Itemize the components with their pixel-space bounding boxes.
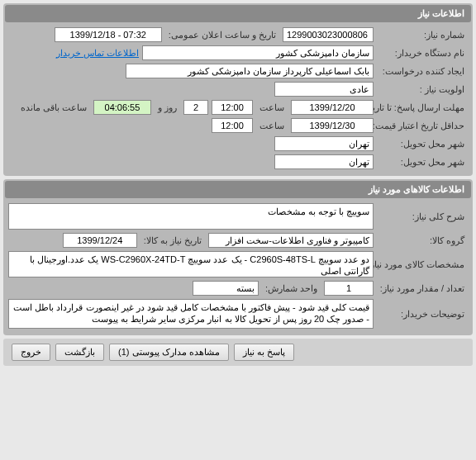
qty-label: تعداد / مقدار مورد نیاز:: [377, 283, 468, 294]
back-button[interactable]: بازگشت: [55, 344, 104, 361]
need-number-input[interactable]: [283, 27, 374, 42]
unit-input[interactable]: [193, 281, 259, 296]
need-info-header: اطلاعات نیاز: [5, 5, 471, 22]
panel-title: اطلاعات نیاز: [418, 8, 464, 18]
spec-label: مشخصات کالای مورد نیاز:: [377, 259, 468, 270]
reply-button[interactable]: پاسخ به نیاز: [234, 344, 294, 361]
time-label-1: ساعت: [256, 102, 288, 113]
goods-info-panel: اطلاعات کالاهای مورد نیاز شرح کلی نیاز: …: [3, 179, 473, 335]
unit-label: واحد شمارش:: [262, 283, 321, 294]
min-validity-date-input[interactable]: [291, 118, 374, 133]
notes-label: توضیحات خریدار:: [377, 309, 468, 320]
desc-label: شرح کلی نیاز:: [377, 211, 468, 222]
creator-label: ایجاد کننده درخواست:: [377, 66, 468, 77]
notes-input[interactable]: [8, 299, 374, 329]
attachments-button[interactable]: مشاهده مدارک پیوستی (1): [109, 344, 229, 361]
delivery-city-label: شهر محل تحویل:: [377, 139, 468, 149]
deadline-date-input[interactable]: [291, 100, 374, 115]
public-announce-input[interactable]: [55, 27, 162, 42]
countdown-display: 04:06:55: [93, 100, 151, 115]
need-number-label: شماره نیاز:: [377, 30, 468, 40]
min-validity-label: حداقل تاریخ اعتبار قیمت: تا تاریخ :: [377, 121, 468, 130]
days-input[interactable]: [183, 100, 208, 115]
priority-input[interactable]: [274, 82, 374, 97]
desc-input[interactable]: [8, 203, 374, 230]
group-input[interactable]: [208, 233, 374, 248]
priority-label: اولویت نیاز :: [377, 84, 468, 95]
public-announce-label: تاریخ و ساعت اعلان عمومی:: [165, 30, 279, 40]
spec-input[interactable]: [8, 251, 374, 277]
qty-input[interactable]: [324, 281, 374, 296]
buyer-org-label: نام دستگاه خریدار:: [377, 48, 468, 59]
group-label: گروه کالا:: [377, 235, 468, 246]
creator-input[interactable]: [126, 64, 374, 78]
footer-toolbar: پاسخ به نیاز مشاهده مدارک پیوستی (1) باز…: [3, 339, 473, 366]
remain-label: ساعت باقی مانده: [17, 102, 90, 113]
need-info-panel: اطلاعات نیاز شماره نیاز: تاریخ و ساعت اع…: [3, 3, 473, 176]
time-label-2: ساعت: [256, 121, 288, 131]
deadline-label: مهلت ارسال پاسخ: تا تاریخ :: [377, 102, 468, 112]
panel-body-2: شرح کلی نیاز: گروه کالا: تاریخ نیاز به ک…: [5, 198, 471, 334]
buyer-contact-link[interactable]: اطلاعات تماس خریدار: [56, 48, 139, 59]
delivery-city-input[interactable]: [274, 136, 374, 151]
delivery-city2-input[interactable]: [274, 154, 374, 169]
need-date-label: تاریخ نیاز به کالا:: [140, 235, 205, 246]
min-validity-time-input[interactable]: [212, 118, 253, 133]
delivery-city2-label: شهر محل تحویل:: [377, 157, 468, 168]
buyer-org-input[interactable]: [142, 45, 374, 60]
goods-info-header: اطلاعات کالاهای مورد نیاز: [5, 181, 471, 198]
days-label: روز و: [155, 102, 180, 113]
need-date-input[interactable]: [63, 233, 137, 248]
panel-body: شماره نیاز: تاریخ و ساعت اعلان عمومی: نا…: [5, 22, 471, 174]
deadline-time-input[interactable]: [212, 100, 253, 115]
exit-button[interactable]: خروج: [12, 344, 50, 361]
panel-title-2: اطلاعات کالاهای مورد نیاز: [369, 184, 464, 194]
